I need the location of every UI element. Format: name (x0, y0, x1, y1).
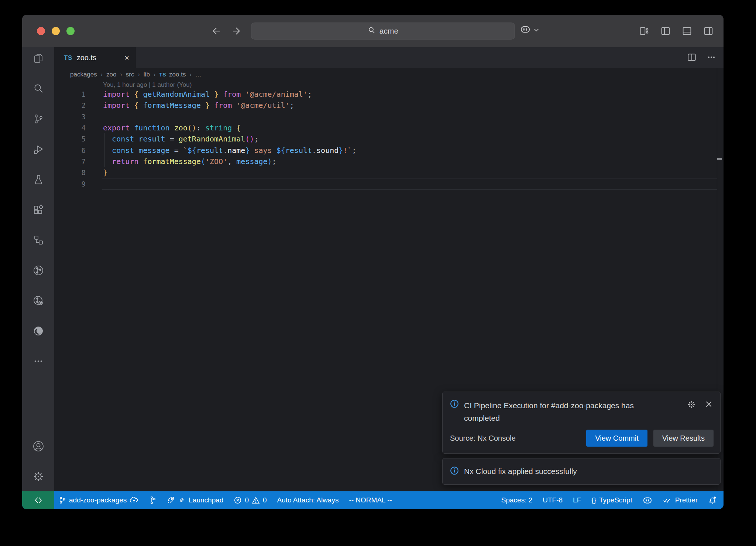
error-count: 0 (245, 496, 249, 504)
line-number: 6 (54, 146, 86, 154)
git-blame-annotation: You, 1 hour ago | 1 author (You) (103, 81, 192, 89)
view-results-button[interactable]: View Results (653, 430, 714, 447)
language-mode-button[interactable]: {} TypeScript (591, 496, 632, 504)
code-line[interactable]: 5 const result = getRandomAnimal(); (54, 133, 717, 144)
settings-gear-icon[interactable] (32, 470, 45, 483)
back-icon[interactable] (210, 25, 221, 37)
minimize-window-button[interactable] (52, 27, 60, 35)
overview-ruler-cursor-marker (717, 158, 722, 160)
code-line[interactable]: 3 (54, 111, 717, 122)
launchpad-button[interactable]: Launchpad (166, 496, 223, 505)
window-controls (37, 27, 75, 35)
notification-close-icon[interactable] (705, 400, 713, 410)
maximize-window-button[interactable] (66, 27, 75, 35)
breadcrumb-separator: › (189, 71, 191, 78)
title-bar: acme (22, 15, 724, 47)
command-center-search[interactable]: acme (251, 23, 515, 40)
line-number: 4 (54, 124, 86, 132)
code-text: return formatMessage('ZOO', message); (103, 157, 717, 166)
git-branch-icon (59, 496, 66, 504)
editor-more-actions-icon[interactable] (707, 52, 716, 64)
notifications-bell-button[interactable] (708, 496, 717, 505)
extensions-icon[interactable] (32, 204, 45, 216)
copilot-icon (643, 496, 652, 505)
breadcrumb[interactable]: packages›zoo›src›lib›TSzoo.ts›… (54, 68, 724, 81)
close-tab-icon[interactable]: × (124, 54, 129, 62)
toggle-primary-sidebar-icon[interactable] (660, 25, 671, 37)
activity-bar (22, 47, 54, 491)
breadcrumb-item[interactable]: lib (144, 71, 150, 78)
indentation-button[interactable]: Spaces: 2 (501, 496, 533, 504)
indent-guide (104, 133, 104, 167)
notification-toast-nx-cloud: Nx Cloud fix applied successfully (442, 458, 721, 485)
line-number: 8 (54, 168, 86, 177)
encoding-button[interactable]: UTF-8 (543, 496, 563, 504)
git-branch-button[interactable]: add-zoo-packages (59, 496, 138, 504)
code-line[interactable]: 8} (54, 167, 717, 178)
breadcrumb-item[interactable]: TSzoo.ts (159, 71, 186, 78)
code-text: } (103, 168, 717, 177)
source-control-graph-button[interactable] (149, 496, 156, 505)
tab-zoo-ts[interactable]: TS zoo.ts × (54, 47, 136, 68)
breadcrumb-item[interactable]: packages (70, 71, 97, 78)
breadcrumb-item[interactable]: src (126, 71, 134, 78)
code-lines: 1import { getRandomAnimal } from '@acme/… (54, 89, 717, 190)
breadcrumb-item[interactable]: … (195, 71, 202, 78)
typescript-file-icon: TS (159, 72, 166, 78)
notification-settings-gear-icon[interactable] (687, 400, 696, 410)
copilot-status-button[interactable] (643, 496, 652, 505)
code-line[interactable]: 6 const message = `${result.name} says $… (54, 144, 717, 156)
info-icon (450, 466, 459, 477)
chevron-down-icon (534, 27, 539, 33)
vim-mode-indicator[interactable]: -- NORMAL -- (349, 496, 392, 504)
nx-console-icon[interactable] (32, 264, 45, 277)
more-views-icon[interactable] (32, 355, 45, 368)
testing-icon[interactable] (32, 173, 45, 186)
code-line[interactable]: 7 return formatMessage('ZOO', message); (54, 156, 717, 167)
link-icon (178, 496, 186, 504)
auto-attach-button[interactable]: Auto Attach: Always (277, 496, 339, 504)
prettier-label: Prettier (675, 496, 698, 504)
forward-icon[interactable] (231, 25, 242, 37)
tab-bar: TS zoo.ts × (54, 47, 724, 68)
rocket-icon (166, 496, 175, 505)
eol-button[interactable]: LF (573, 496, 581, 504)
customize-layout-icon[interactable] (639, 25, 650, 37)
code-text: export function zoo(): string { (103, 123, 717, 132)
copilot-menu-button[interactable] (520, 24, 539, 35)
notification-toast-ci-pipeline: CI Pipeline Execution for #add-zoo-packa… (442, 392, 721, 454)
line-number: 9 (54, 180, 86, 188)
code-line[interactable]: 9 (54, 178, 717, 189)
toggle-panel-icon[interactable] (681, 25, 693, 37)
close-window-button[interactable] (37, 27, 45, 35)
explorer-icon[interactable] (32, 52, 45, 65)
split-editor-icon[interactable] (687, 52, 697, 64)
breadcrumb-item[interactable]: zoo (106, 71, 116, 78)
code-line[interactable]: 2import { formatMessage } from '@acme/ut… (54, 100, 717, 111)
run-debug-icon[interactable] (32, 143, 45, 156)
toggle-secondary-sidebar-icon[interactable] (703, 25, 714, 37)
search-sidebar-icon[interactable] (32, 82, 45, 95)
line-number: 3 (54, 113, 86, 121)
hierarchy-view-icon[interactable] (32, 234, 45, 246)
typescript-file-icon: TS (64, 54, 72, 62)
double-check-icon (663, 496, 672, 504)
git-graph-icon (149, 496, 156, 505)
account-icon[interactable] (32, 440, 45, 453)
branch-name: add-zoo-packages (69, 496, 127, 504)
warning-count: 0 (263, 496, 267, 504)
nx-cloud-icon[interactable] (32, 294, 45, 307)
code-line[interactable]: 1import { getRandomAnimal } from '@acme/… (54, 89, 717, 100)
source-control-icon[interactable] (32, 113, 45, 125)
status-bar: add-zoo-packages Launchpad 0 0 Auto Atta… (22, 491, 724, 509)
code-line[interactable]: 4export function zoo(): string { (54, 122, 717, 133)
problems-button[interactable]: 0 0 (234, 496, 267, 504)
prettier-button[interactable]: Prettier (663, 496, 698, 504)
breadcrumb-separator: › (138, 71, 140, 78)
edge-browser-icon[interactable] (32, 325, 45, 337)
info-icon (450, 399, 459, 424)
vscode-window: acme (22, 15, 724, 509)
remote-indicator[interactable] (22, 491, 54, 509)
code-text: import { formatMessage } from '@acme/uti… (103, 101, 717, 110)
view-commit-button[interactable]: View Commit (586, 430, 647, 447)
